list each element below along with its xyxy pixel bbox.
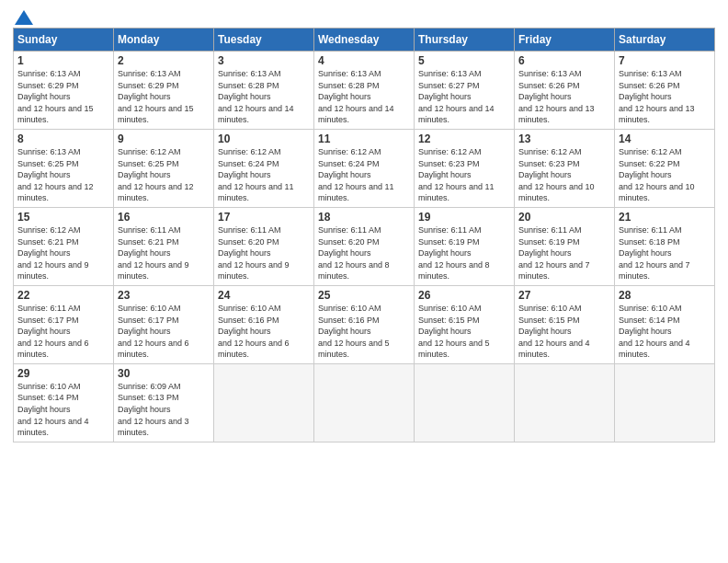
header — [13, 9, 715, 20]
logo — [13, 9, 35, 20]
day-number: 4 — [318, 54, 410, 67]
day-info: Sunrise: 6:13 AM Sunset: 6:26 PM Dayligh… — [518, 68, 610, 126]
day-info: Sunrise: 6:10 AM Sunset: 6:15 PM Dayligh… — [518, 303, 610, 361]
day-number: 29 — [17, 367, 109, 380]
day-info: Sunrise: 6:13 AM Sunset: 6:28 PM Dayligh… — [318, 68, 410, 126]
calendar-day-cell: 6 Sunrise: 6:13 AM Sunset: 6:26 PM Dayli… — [515, 52, 615, 130]
day-info: Sunrise: 6:11 AM Sunset: 6:17 PM Dayligh… — [17, 303, 109, 361]
calendar-day-cell: 19 Sunrise: 6:11 AM Sunset: 6:19 PM Dayl… — [415, 207, 515, 285]
day-info: Sunrise: 6:10 AM Sunset: 6:16 PM Dayligh… — [218, 303, 310, 361]
day-number: 27 — [518, 289, 610, 302]
day-info: Sunrise: 6:12 AM Sunset: 6:23 PM Dayligh… — [418, 146, 510, 204]
calendar-header-row: SundayMondayTuesdayWednesdayThursdayFrid… — [14, 29, 715, 52]
calendar-day-cell: 29 Sunrise: 6:10 AM Sunset: 6:14 PM Dayl… — [14, 363, 114, 442]
day-info: Sunrise: 6:12 AM Sunset: 6:24 PM Dayligh… — [318, 146, 410, 204]
day-number: 7 — [619, 54, 711, 67]
calendar-day-cell: 4 Sunrise: 6:13 AM Sunset: 6:28 PM Dayli… — [314, 52, 415, 130]
calendar-day-cell: 26 Sunrise: 6:10 AM Sunset: 6:15 PM Dayl… — [415, 285, 515, 363]
day-info: Sunrise: 6:10 AM Sunset: 6:16 PM Dayligh… — [318, 303, 410, 361]
calendar-day-cell: 2 Sunrise: 6:13 AM Sunset: 6:29 PM Dayli… — [114, 52, 214, 130]
day-info: Sunrise: 6:12 AM Sunset: 6:22 PM Dayligh… — [619, 146, 711, 204]
weekday-header-sunday: Sunday — [14, 29, 114, 52]
calendar-day-cell: 11 Sunrise: 6:12 AM Sunset: 6:24 PM Dayl… — [314, 129, 415, 207]
day-info: Sunrise: 6:13 AM Sunset: 6:28 PM Dayligh… — [218, 68, 310, 126]
page-container: SundayMondayTuesdayWednesdayThursdayFrid… — [0, 0, 728, 563]
calendar-day-cell: 25 Sunrise: 6:10 AM Sunset: 6:16 PM Dayl… — [314, 285, 415, 363]
day-number: 30 — [118, 367, 210, 380]
day-info: Sunrise: 6:10 AM Sunset: 6:17 PM Dayligh… — [118, 303, 210, 361]
calendar-day-cell: 20 Sunrise: 6:11 AM Sunset: 6:19 PM Dayl… — [515, 207, 615, 285]
day-number: 20 — [518, 211, 610, 224]
day-number: 9 — [118, 132, 210, 145]
day-info: Sunrise: 6:13 AM Sunset: 6:29 PM Dayligh… — [118, 68, 210, 126]
weekday-header-tuesday: Tuesday — [214, 29, 314, 52]
day-info: Sunrise: 6:13 AM Sunset: 6:29 PM Dayligh… — [17, 68, 109, 126]
day-number: 15 — [17, 211, 109, 224]
day-number: 13 — [518, 132, 610, 145]
calendar-day-cell: 7 Sunrise: 6:13 AM Sunset: 6:26 PM Dayli… — [615, 52, 715, 130]
day-number: 24 — [218, 289, 310, 302]
day-number: 3 — [218, 54, 310, 67]
day-info: Sunrise: 6:11 AM Sunset: 6:19 PM Dayligh… — [518, 224, 610, 282]
calendar-day-cell: 12 Sunrise: 6:12 AM Sunset: 6:23 PM Dayl… — [415, 129, 515, 207]
day-info: Sunrise: 6:12 AM Sunset: 6:25 PM Dayligh… — [118, 146, 210, 204]
weekday-header-friday: Friday — [515, 29, 615, 52]
calendar-day-cell: 15 Sunrise: 6:12 AM Sunset: 6:21 PM Dayl… — [14, 207, 114, 285]
day-number: 25 — [318, 289, 410, 302]
calendar-week-row: 22 Sunrise: 6:11 AM Sunset: 6:17 PM Dayl… — [14, 285, 715, 363]
logo-icon — [14, 9, 34, 26]
day-info: Sunrise: 6:13 AM Sunset: 6:27 PM Dayligh… — [418, 68, 510, 126]
calendar-day-cell: 23 Sunrise: 6:10 AM Sunset: 6:17 PM Dayl… — [114, 285, 214, 363]
calendar-day-cell: 3 Sunrise: 6:13 AM Sunset: 6:28 PM Dayli… — [214, 52, 314, 130]
calendar-day-cell: 30 Sunrise: 6:09 AM Sunset: 6:13 PM Dayl… — [114, 363, 214, 442]
day-number: 19 — [418, 211, 510, 224]
calendar-day-cell: 17 Sunrise: 6:11 AM Sunset: 6:20 PM Dayl… — [214, 207, 314, 285]
day-number: 26 — [418, 289, 510, 302]
calendar-week-row: 1 Sunrise: 6:13 AM Sunset: 6:29 PM Dayli… — [14, 52, 715, 130]
day-info: Sunrise: 6:11 AM Sunset: 6:20 PM Dayligh… — [318, 224, 410, 282]
day-number: 10 — [218, 132, 310, 145]
calendar-day-cell — [314, 363, 415, 442]
calendar-day-cell: 18 Sunrise: 6:11 AM Sunset: 6:20 PM Dayl… — [314, 207, 415, 285]
day-number: 23 — [118, 289, 210, 302]
day-info: Sunrise: 6:09 AM Sunset: 6:13 PM Dayligh… — [118, 381, 210, 439]
calendar-day-cell: 9 Sunrise: 6:12 AM Sunset: 6:25 PM Dayli… — [114, 129, 214, 207]
calendar-day-cell — [615, 363, 715, 442]
day-info: Sunrise: 6:10 AM Sunset: 6:15 PM Dayligh… — [418, 303, 510, 361]
day-info: Sunrise: 6:10 AM Sunset: 6:14 PM Dayligh… — [619, 303, 711, 361]
day-number: 1 — [17, 54, 109, 67]
day-info: Sunrise: 6:13 AM Sunset: 6:26 PM Dayligh… — [619, 68, 711, 126]
calendar-day-cell: 24 Sunrise: 6:10 AM Sunset: 6:16 PM Dayl… — [214, 285, 314, 363]
day-info: Sunrise: 6:12 AM Sunset: 6:21 PM Dayligh… — [17, 224, 109, 282]
day-info: Sunrise: 6:13 AM Sunset: 6:25 PM Dayligh… — [17, 146, 109, 204]
day-number: 14 — [619, 132, 711, 145]
weekday-header-saturday: Saturday — [615, 29, 715, 52]
calendar-day-cell — [415, 363, 515, 442]
calendar-day-cell: 13 Sunrise: 6:12 AM Sunset: 6:23 PM Dayl… — [515, 129, 615, 207]
day-number: 5 — [418, 54, 510, 67]
day-info: Sunrise: 6:10 AM Sunset: 6:14 PM Dayligh… — [17, 381, 109, 439]
svg-marker-0 — [15, 10, 33, 25]
calendar-table: SundayMondayTuesdayWednesdayThursdayFrid… — [13, 28, 715, 442]
day-info: Sunrise: 6:11 AM Sunset: 6:21 PM Dayligh… — [118, 224, 210, 282]
day-info: Sunrise: 6:11 AM Sunset: 6:19 PM Dayligh… — [418, 224, 510, 282]
calendar-day-cell: 5 Sunrise: 6:13 AM Sunset: 6:27 PM Dayli… — [415, 52, 515, 130]
day-number: 17 — [218, 211, 310, 224]
day-number: 22 — [17, 289, 109, 302]
calendar-day-cell: 22 Sunrise: 6:11 AM Sunset: 6:17 PM Dayl… — [14, 285, 114, 363]
day-number: 6 — [518, 54, 610, 67]
weekday-header-thursday: Thursday — [415, 29, 515, 52]
day-info: Sunrise: 6:12 AM Sunset: 6:24 PM Dayligh… — [218, 146, 310, 204]
day-number: 21 — [619, 211, 711, 224]
day-number: 12 — [418, 132, 510, 145]
weekday-header-monday: Monday — [114, 29, 214, 52]
calendar-day-cell: 10 Sunrise: 6:12 AM Sunset: 6:24 PM Dayl… — [214, 129, 314, 207]
calendar-week-row: 8 Sunrise: 6:13 AM Sunset: 6:25 PM Dayli… — [14, 129, 715, 207]
day-number: 11 — [318, 132, 410, 145]
day-number: 18 — [318, 211, 410, 224]
day-number: 8 — [17, 132, 109, 145]
calendar-day-cell: 14 Sunrise: 6:12 AM Sunset: 6:22 PM Dayl… — [615, 129, 715, 207]
calendar-day-cell — [515, 363, 615, 442]
day-number: 28 — [619, 289, 711, 302]
day-info: Sunrise: 6:11 AM Sunset: 6:18 PM Dayligh… — [619, 224, 711, 282]
